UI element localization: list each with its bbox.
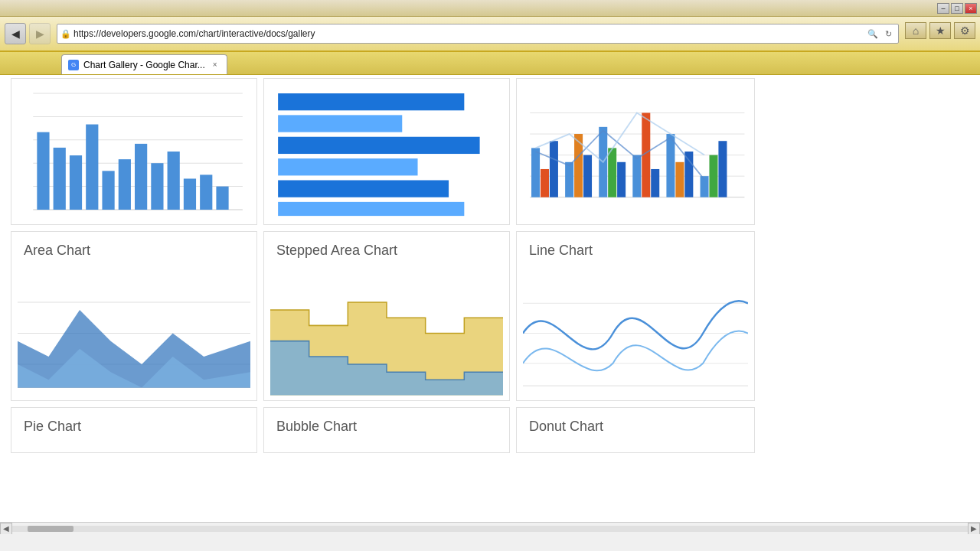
svg-rect-9: [86, 125, 98, 210]
svg-rect-15: [184, 178, 196, 210]
svg-rect-42: [675, 162, 684, 197]
svg-rect-38: [632, 155, 641, 197]
svg-rect-11: [119, 159, 131, 210]
svg-rect-46: [718, 141, 727, 197]
svg-rect-31: [550, 141, 558, 197]
stepped-area-chart-title: Stepped Area Chart: [264, 232, 509, 266]
lock-icon: 🔒: [60, 29, 71, 39]
close-button[interactable]: ×: [965, 3, 977, 14]
home-button[interactable]: ⌂: [905, 22, 926, 39]
svg-rect-13: [151, 163, 163, 210]
hbar-chart-card[interactable]: [263, 78, 510, 225]
bubble-chart-card[interactable]: Bubble Chart: [263, 407, 510, 453]
svg-rect-23: [278, 202, 464, 216]
svg-rect-14: [168, 152, 180, 210]
svg-rect-8: [70, 155, 82, 210]
title-bar: – □ ×: [0, 0, 980, 17]
svg-rect-12: [135, 144, 147, 210]
svg-rect-16: [200, 174, 212, 210]
line-chart-svg: [523, 269, 748, 397]
combo-chart-card[interactable]: [516, 78, 755, 225]
svg-rect-6: [37, 132, 49, 210]
svg-rect-40: [651, 169, 659, 197]
search-icon[interactable]: 🔍: [866, 27, 880, 41]
tab-close-button[interactable]: ×: [210, 60, 220, 70]
forward-button[interactable]: ▶: [29, 23, 51, 44]
scroll-track: [12, 526, 968, 532]
pie-chart-title: Pie Chart: [11, 408, 256, 442]
active-tab[interactable]: G Chart Gallery - Google Char... ×: [61, 54, 227, 74]
bubble-chart-title: Bubble Chart: [264, 408, 509, 442]
tab-favicon: G: [68, 60, 79, 70]
svg-rect-29: [531, 148, 540, 197]
svg-rect-45: [709, 155, 717, 197]
svg-rect-37: [617, 162, 626, 197]
column-chart-card[interactable]: [11, 78, 257, 225]
stepped-area-svg: [270, 269, 503, 397]
svg-rect-43: [684, 152, 693, 197]
horizontal-scrollbar[interactable]: ◀ ▶: [0, 522, 980, 534]
address-bar[interactable]: 🔒 https://developers.google.com/chart/in…: [57, 24, 899, 44]
maximize-button[interactable]: □: [951, 3, 963, 14]
svg-rect-20: [278, 137, 479, 154]
combo-chart-svg: [523, 82, 748, 221]
url-text: https://developers.google.com/chart/inte…: [74, 28, 866, 39]
svg-rect-32: [565, 162, 573, 197]
line-chart-title: Line Chart: [517, 232, 754, 266]
svg-rect-10: [102, 171, 114, 210]
chart-gallery: Area Chart St: [8, 75, 980, 456]
area-chart-card[interactable]: Area Chart: [11, 231, 257, 401]
area-chart-svg: [18, 269, 250, 397]
back-button[interactable]: ◀: [5, 23, 26, 44]
svg-rect-30: [541, 169, 549, 197]
svg-rect-19: [278, 115, 402, 132]
refresh-icon[interactable]: ↻: [881, 27, 895, 41]
tab-label: Chart Gallery - Google Char...: [83, 60, 205, 70]
donut-chart-card[interactable]: Donut Chart: [516, 407, 755, 453]
stepped-area-chart-card[interactable]: Stepped Area Chart: [263, 231, 510, 401]
scroll-left-button[interactable]: ◀: [0, 523, 12, 535]
svg-rect-41: [666, 134, 675, 197]
donut-chart-title: Donut Chart: [517, 408, 754, 442]
svg-rect-34: [583, 155, 592, 197]
svg-rect-17: [216, 187, 228, 210]
settings-button[interactable]: ⚙: [954, 22, 975, 39]
scroll-right-button[interactable]: ▶: [968, 523, 980, 535]
svg-rect-18: [278, 93, 464, 110]
page-content: Area Chart St: [0, 75, 980, 534]
svg-rect-22: [278, 180, 449, 197]
tab-bar: G Chart Gallery - Google Char... ×: [0, 52, 980, 75]
minimize-button[interactable]: –: [937, 3, 949, 14]
hbar-chart-svg: [270, 82, 503, 221]
svg-rect-7: [54, 148, 66, 210]
area-chart-title: Area Chart: [11, 232, 256, 266]
svg-rect-21: [278, 158, 417, 175]
column-chart-svg: [18, 82, 250, 221]
pie-chart-card[interactable]: Pie Chart: [11, 407, 257, 453]
nav-bar: ◀ ▶ 🔒 https://developers.google.com/char…: [0, 17, 980, 52]
svg-rect-36: [608, 148, 616, 197]
favorites-button[interactable]: ★: [929, 22, 951, 39]
line-chart-card[interactable]: Line Chart: [516, 231, 755, 401]
scroll-thumb[interactable]: [28, 526, 74, 532]
